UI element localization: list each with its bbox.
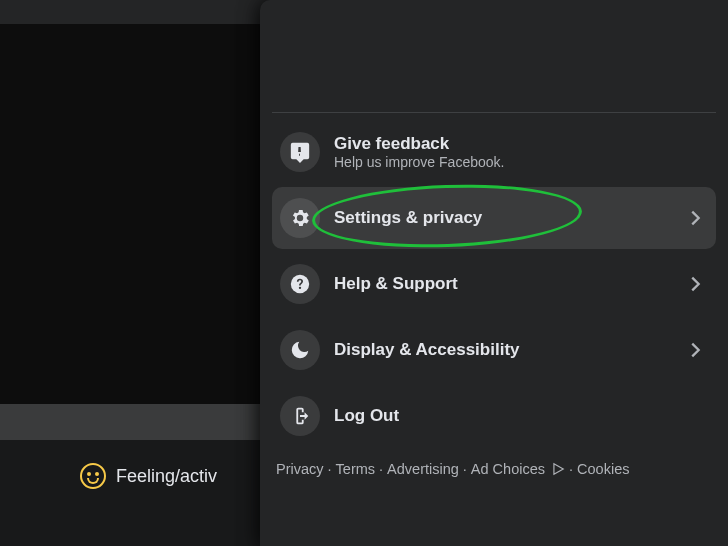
feeling-activity-label: Feeling/activ	[116, 466, 217, 487]
menu-item-label: Display & Accessibility	[334, 339, 520, 360]
menu-item-label: Give feedback	[334, 133, 504, 154]
ad-choices-icon	[551, 461, 565, 483]
dropdown-spacer	[272, 10, 716, 112]
account-dropdown-panel: Give feedback Help us improve Facebook. …	[260, 0, 728, 546]
chevron-right-icon	[682, 271, 708, 297]
menu-item-label: Log Out	[334, 405, 399, 426]
menu-item-text: Display & Accessibility	[334, 339, 520, 360]
menu-item-text: Log Out	[334, 405, 399, 426]
feedback-icon	[280, 132, 320, 172]
footer-links: Privacy·Terms·Advertising·Ad Choices ·Co…	[272, 459, 716, 483]
moon-icon	[280, 330, 320, 370]
menu-item-help-support[interactable]: Help & Support	[272, 253, 716, 315]
menu-item-label: Settings & privacy	[334, 207, 482, 228]
divider	[272, 112, 716, 113]
logout-icon	[280, 396, 320, 436]
menu-item-text: Give feedback Help us improve Facebook.	[334, 133, 504, 171]
menu-item-label: Help & Support	[334, 273, 458, 294]
menu-item-settings-privacy[interactable]: Settings & privacy	[272, 187, 716, 249]
smiley-icon	[80, 463, 106, 489]
footer-link-ad-choices[interactable]: Ad Choices	[471, 461, 545, 477]
footer-link-cookies[interactable]: Cookies	[577, 461, 629, 477]
menu-item-logout[interactable]: Log Out	[272, 385, 716, 447]
footer-link-advertising[interactable]: Advertising	[387, 461, 459, 477]
footer-link-terms[interactable]: Terms	[336, 461, 375, 477]
menu-item-text: Settings & privacy	[334, 207, 482, 228]
chevron-right-icon	[682, 205, 708, 231]
menu-item-text: Help & Support	[334, 273, 458, 294]
footer-link-privacy[interactable]: Privacy	[276, 461, 324, 477]
question-icon	[280, 264, 320, 304]
menu-item-feedback[interactable]: Give feedback Help us improve Facebook.	[272, 121, 716, 183]
feeling-activity-button[interactable]: Feeling/activ	[0, 456, 260, 496]
gear-icon	[280, 198, 320, 238]
menu-item-display-accessibility[interactable]: Display & Accessibility	[272, 319, 716, 381]
menu-item-sub: Help us improve Facebook.	[334, 154, 504, 171]
chevron-right-icon	[682, 337, 708, 363]
